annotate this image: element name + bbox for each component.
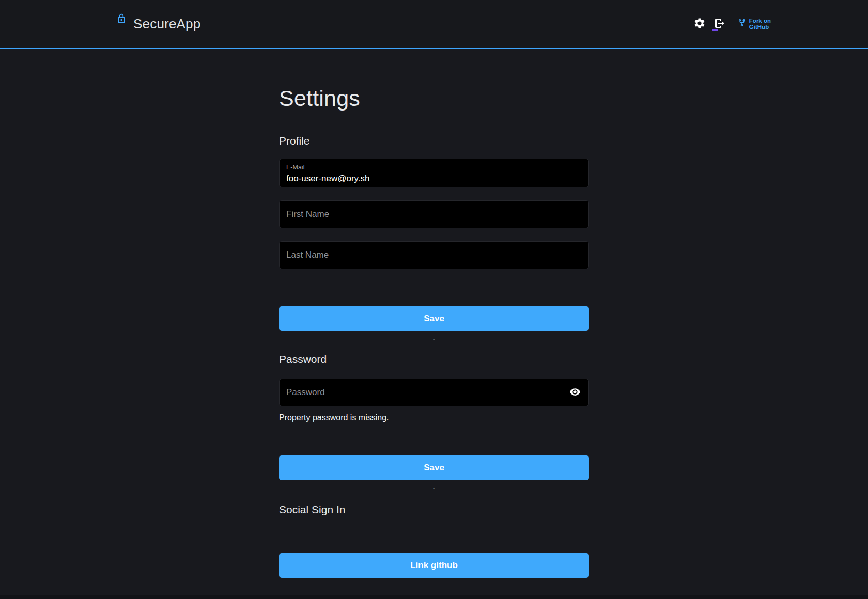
password-input[interactable] — [280, 379, 588, 406]
email-field-label: E-Mail — [286, 163, 582, 171]
first-name-field-box — [279, 200, 589, 228]
password-field-box — [279, 379, 589, 406]
gear-underline-mark — [712, 29, 718, 31]
profile-heading: Profile — [279, 135, 589, 147]
last-name-input[interactable] — [280, 242, 588, 269]
page-title: Settings — [279, 86, 589, 111]
save-password-button[interactable]: Save — [279, 455, 589, 480]
email-input[interactable] — [286, 171, 582, 185]
fork-icon — [738, 19, 746, 29]
settings-page: Settings Profile E-Mail Save . Password … — [279, 86, 589, 578]
password-form-message-dot: . — [279, 483, 589, 490]
social-sign-in-heading: Social Sign In — [279, 503, 589, 516]
brand-logo[interactable]: SecureApp — [116, 16, 200, 32]
lock-icon — [116, 12, 127, 27]
footer-strip — [0, 595, 868, 599]
brand-name: SecureApp — [133, 16, 200, 32]
email-field-box: E-Mail — [279, 159, 589, 187]
navbar-actions: Fork on GitHub — [693, 17, 771, 30]
logout-button[interactable] — [713, 17, 726, 30]
navbar: SecureApp For — [0, 0, 868, 49]
save-profile-button[interactable]: Save — [279, 306, 589, 331]
settings-button[interactable] — [693, 17, 706, 30]
link-github-button[interactable]: Link github — [279, 553, 589, 578]
password-error-message: Property password is missing. — [279, 413, 589, 422]
password-heading: Password — [279, 353, 589, 366]
fork-link-text: Fork on GitHub — [749, 18, 771, 30]
toggle-password-visibility-button[interactable] — [568, 386, 582, 399]
first-name-input[interactable] — [280, 201, 588, 228]
fork-on-github-link[interactable]: Fork on GitHub — [738, 18, 771, 30]
gear-icon — [693, 17, 706, 31]
profile-form-message-dot: . — [279, 334, 589, 341]
eye-icon — [569, 386, 581, 399]
logout-icon — [714, 17, 726, 31]
last-name-field-box — [279, 241, 589, 269]
